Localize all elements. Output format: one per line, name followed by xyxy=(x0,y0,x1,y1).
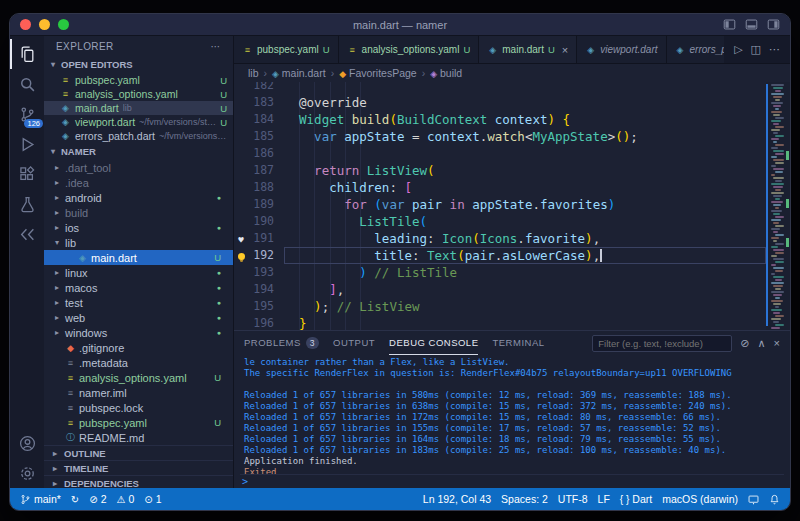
split-editor-icon[interactable]: ◫ xyxy=(751,43,761,56)
activity-account[interactable] xyxy=(10,428,44,458)
activity-testing[interactable] xyxy=(10,189,44,219)
folder-ios[interactable]: ▸ios● xyxy=(44,220,233,235)
activity-source-control[interactable]: 126 xyxy=(10,99,44,129)
folder-test[interactable]: ▸test● xyxy=(44,295,233,310)
layout-sidebar-icon[interactable] xyxy=(723,18,736,31)
status-cursor-position[interactable]: Ln 192, Col 43 xyxy=(423,493,491,505)
folder-windows[interactable]: ▸windows● xyxy=(44,325,233,340)
code-text[interactable]: ) // ListTile xyxy=(284,264,766,281)
run-icon[interactable]: ▷ xyxy=(734,43,742,56)
minimize-window-button[interactable] xyxy=(39,19,50,30)
panel-tab-output[interactable]: OUTPUT xyxy=(333,331,375,355)
activity-extensions[interactable] xyxy=(10,159,44,189)
status-sync[interactable]: ↻ xyxy=(71,494,79,505)
activity-run-and-debug[interactable] xyxy=(10,129,44,159)
status-eol[interactable]: LF xyxy=(598,493,610,505)
code-text[interactable]: leading: Icon(Icons.favorite), xyxy=(284,230,766,247)
more-actions-icon[interactable]: ⋯ xyxy=(769,43,780,56)
code-text[interactable]: var appState = context.watch<MyAppState>… xyxy=(284,128,766,145)
debug-console-output[interactable]: le container rather than a Flex, like a … xyxy=(234,355,790,474)
maximize-panel-icon[interactable]: ∧ xyxy=(758,337,766,350)
breadcrumb-lib[interactable]: lib xyxy=(248,67,259,79)
code-text[interactable]: for (var pair in appState.favorites) xyxy=(284,196,766,213)
status-errors[interactable]: ⊘2 xyxy=(89,493,106,505)
status-branch[interactable]: main* xyxy=(20,493,61,505)
status-ports[interactable]: ⊙1 xyxy=(144,493,161,505)
breadcrumb-favoritespage[interactable]: ◆ FavoritesPage xyxy=(339,67,417,79)
code-text[interactable]: return ListView( xyxy=(284,162,766,179)
folder-macos[interactable]: ▸macos● xyxy=(44,280,233,295)
status-indentation[interactable]: Spaces: 2 xyxy=(501,493,548,505)
folder-android[interactable]: ▸android● xyxy=(44,190,233,205)
open-editor-pubspec-yaml[interactable]: ≡pubspec.yamlU xyxy=(44,73,233,87)
folder-build[interactable]: ▸build xyxy=(44,205,233,220)
panel-tab-terminal[interactable]: TERMINAL xyxy=(492,331,544,355)
breadcrumb-build[interactable]: ◈ build xyxy=(430,67,462,79)
folder-web[interactable]: ▸web● xyxy=(44,310,233,325)
panel-tab-debug-console[interactable]: DEBUG CONSOLE xyxy=(389,331,478,355)
status-notifications[interactable] xyxy=(769,494,780,505)
open-editor-analysis-options-yaml[interactable]: ≡analysis_options.yamlU xyxy=(44,87,233,101)
code-text[interactable]: @override xyxy=(284,94,766,111)
section-outline[interactable]: ▸OUTLINE xyxy=(44,445,233,460)
file-main-dart[interactable]: ◈main.dartU xyxy=(44,250,233,265)
close-window-button[interactable] xyxy=(20,19,31,30)
tab-errors-patch-dart[interactable]: ◈errors_patch.dart xyxy=(667,36,725,63)
debug-console-input[interactable]: > xyxy=(240,474,784,488)
sidebar-more-actions-icon[interactable]: ⋯ xyxy=(211,41,221,52)
console-filter-input[interactable] xyxy=(592,335,732,352)
close-icon[interactable]: × xyxy=(562,44,568,56)
status-platform[interactable]: macOS (darwin) xyxy=(662,493,738,505)
open-editors-header[interactable]: ▾ OPEN EDITORS xyxy=(44,56,233,73)
breadcrumb-main-dart[interactable]: ◈ main.dart xyxy=(272,67,326,79)
code-text[interactable]: ], xyxy=(284,281,766,298)
open-editor-main-dart[interactable]: ◈main.dartlibU xyxy=(44,101,233,115)
code-text[interactable]: ListTile( xyxy=(284,213,766,230)
status-language-mode[interactable]: { }Dart xyxy=(620,493,652,505)
panel-tab-problems[interactable]: PROBLEMS3 xyxy=(244,331,319,355)
file-analysis-options-yaml[interactable]: ≡analysis_options.yamlU xyxy=(44,370,233,385)
minimap[interactable] xyxy=(766,82,790,330)
activity-search[interactable] xyxy=(10,69,44,99)
folder-idea[interactable]: ▸.idea xyxy=(44,175,233,190)
code-editor[interactable]: 182183 @override184 Widget build(BuildCo… xyxy=(234,82,790,330)
code-text[interactable]: Widget build(BuildContext context) { xyxy=(284,111,766,128)
code-text[interactable]: children: [ xyxy=(284,179,766,196)
tab-viewport-dart[interactable]: ◈viewport.dart xyxy=(577,36,666,63)
folder-dart-tool[interactable]: ▸.dart_tool xyxy=(44,160,233,175)
status-screencast[interactable] xyxy=(748,494,759,505)
tab-pubspec-yaml[interactable]: ≡pubspec.yamlU xyxy=(234,36,339,63)
file-readme-md[interactable]: ⓘREADME.md xyxy=(44,430,233,445)
folder-lib[interactable]: ▾lib xyxy=(44,235,233,250)
folder-linux[interactable]: ▸linux● xyxy=(44,265,233,280)
activity-references[interactable] xyxy=(10,219,44,249)
section-dependencies[interactable]: ▸DEPENDENCIES xyxy=(44,475,233,488)
code-text[interactable]: ); // ListView xyxy=(284,298,766,315)
layout-panel-icon[interactable] xyxy=(745,18,758,31)
layout-secondary-sidebar-icon[interactable] xyxy=(767,18,780,31)
file-gitignore[interactable]: ◆.gitignore xyxy=(44,340,233,355)
file-namer-iml[interactable]: ≡namer.iml xyxy=(44,385,233,400)
close-panel-icon[interactable]: × xyxy=(774,337,780,350)
file-metadata[interactable]: ≡.metadata xyxy=(44,355,233,370)
code-text[interactable] xyxy=(284,145,766,162)
file-pubspec-lock[interactable]: ≡pubspec.lock xyxy=(44,400,233,415)
folder-tree-header[interactable]: ▾ NAMER xyxy=(44,143,233,160)
tab-main-dart[interactable]: ◈main.dartU× xyxy=(479,36,577,63)
code-text[interactable]: title: Text(pair.asLowerCase), xyxy=(284,247,766,264)
zoom-window-button[interactable] xyxy=(58,19,69,30)
code-text[interactable] xyxy=(284,82,766,94)
activity-settings[interactable] xyxy=(10,458,44,488)
status-warnings[interactable]: ⚠0 xyxy=(116,493,134,505)
clear-console-icon[interactable]: ⊘ xyxy=(740,337,749,350)
open-editor-errors-patch-dart[interactable]: ◈errors_patch.dart~/fvm/versions/stable/… xyxy=(44,129,233,143)
open-editor-viewport-dart[interactable]: ◈viewport.dart~/fvm/versions/stable/pack… xyxy=(44,115,233,129)
activity-explorer[interactable] xyxy=(10,39,44,69)
file-pubspec-yaml[interactable]: ≡pubspec.yamlU xyxy=(44,415,233,430)
lightbulb-icon[interactable] xyxy=(238,253,245,260)
code-text[interactable]: } xyxy=(284,315,766,330)
tab-analysis-options-yaml[interactable]: ≡analysis_options.yamlU xyxy=(339,36,480,63)
section-timeline[interactable]: ▸TIMELINE xyxy=(44,460,233,475)
status-encoding[interactable]: UTF-8 xyxy=(558,493,588,505)
line-number: 192 xyxy=(248,247,274,264)
